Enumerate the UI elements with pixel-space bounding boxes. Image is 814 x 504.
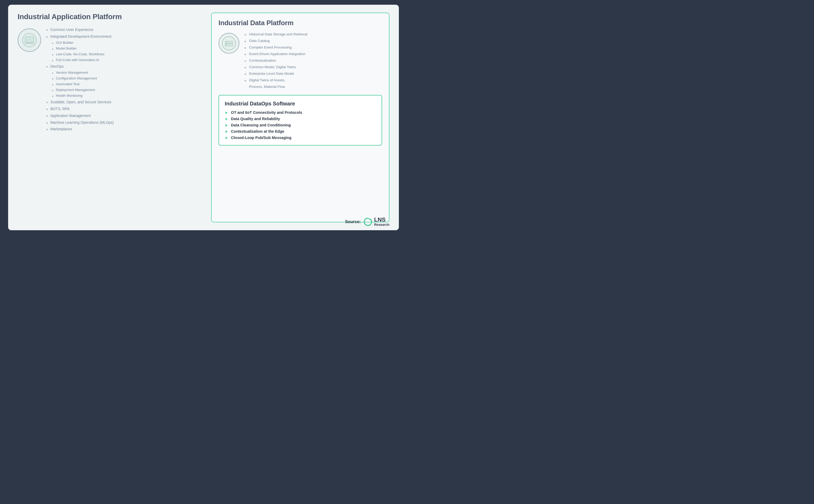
right-items-list: ►Historical Data Storage and Retrieval ►… [244, 31, 307, 90]
item-label: Integrated Development Environment: [50, 34, 112, 40]
item-label: Scalable, Open, and Secure Services [50, 99, 111, 105]
arrow-icon: ► [244, 78, 247, 83]
sub-list-item: ►Full-Code with Generative AI [52, 57, 114, 63]
svg-text:}: } [29, 39, 30, 41]
right-panel-title: Industrial Data Platform [218, 19, 382, 27]
dataops-list-item: ► Contextualization at the Edge [225, 129, 376, 133]
arrow-icon: ► [52, 71, 54, 75]
sub-list-item: ►Configuration Management [52, 76, 114, 81]
arrow-icon: ► [46, 100, 49, 105]
list-item: ►Historical Data Storage and Retrieval [244, 31, 307, 38]
arrow-icon: ► [52, 88, 54, 93]
left-items-list: ► Common User Experience ► Integrated De… [46, 27, 114, 133]
dataops-list: ► OT and IIoT Connectivity and Protocols… [225, 110, 376, 140]
list-item: ►Enterprise-Level Data Model [244, 71, 307, 77]
list-item: ►Digital Twins of Assets,Process, Materi… [244, 77, 307, 90]
list-item: ► Integrated Development Environment: ►G… [46, 34, 114, 63]
arrow-icon: ► [244, 32, 247, 37]
dataops-list-item: ► OT and IIoT Connectivity and Protocols [225, 110, 376, 115]
dataops-list-item: ► Data Cleansing and Conditioning [225, 123, 376, 127]
arrow-icon: ► [244, 39, 247, 44]
item-label: Marketplaces [50, 126, 72, 132]
svg-point-5 [26, 42, 28, 44]
sub-list-item: ►Model Builder [52, 46, 114, 51]
list-item: ► Application Management [46, 113, 114, 119]
sub-list-item: ►GUI Builder [52, 40, 114, 46]
list-item: ► Machine Learning Operations (MLOps) [46, 120, 114, 126]
left-panel-title: Industrial Application Platform [18, 13, 206, 21]
slide-container: Industrial Application Platform { </> } [8, 5, 399, 230]
svg-point-6 [30, 42, 33, 44]
arrow-icon: ► [52, 58, 54, 63]
arrow-icon: ► [46, 28, 49, 33]
dataops-box: Industrial DataOps Software ► OT and IIo… [218, 95, 382, 146]
arrow-icon: ► [244, 71, 247, 77]
sub-list-item: ►Version Management [52, 70, 114, 76]
source-label: Source: [345, 219, 361, 224]
list-item: ►Data Catalog [244, 38, 307, 44]
left-panel: Industrial Application Platform { </> } [18, 13, 211, 222]
item-label: DevOps [50, 63, 64, 70]
item-label: Common User Experience [50, 27, 93, 33]
list-item: ► Scalable, Open, and Secure Services [46, 99, 114, 105]
list-item: ► BOTS, RPA [46, 106, 114, 112]
sub-list: ►GUI Builder ►Model Builder ►Low-Code, N… [52, 40, 114, 63]
sub-list-item: ►Deployment Management [52, 87, 114, 93]
lns-logo: LNS Research [363, 217, 389, 227]
green-arrow-icon: ► [225, 129, 228, 133]
item-label: Application Management [50, 113, 91, 119]
list-item: ► Marketplaces [46, 126, 114, 132]
list-item: ►Contextualization [244, 57, 307, 64]
svg-point-11 [226, 44, 227, 45]
green-arrow-icon: ► [225, 110, 228, 115]
lns-brand-text: LNS [374, 217, 389, 223]
footer: Source: LNS Research [345, 217, 389, 227]
arrow-icon: ► [46, 114, 49, 119]
arrow-icon: ► [46, 120, 49, 125]
arrow-icon: ► [52, 47, 54, 51]
arrow-icon: ► [244, 58, 247, 63]
list-item: ►Common Model, Digital Twins [244, 64, 307, 71]
arrow-icon: ► [52, 52, 54, 57]
sub-list-item: ►Automated Test [52, 81, 114, 87]
arrow-icon: ► [244, 52, 247, 57]
arrow-icon: ► [52, 77, 54, 81]
green-arrow-icon: ► [225, 123, 228, 127]
sub-list-item: ►Low-Code, No-Code, Workflows [52, 51, 114, 57]
green-arrow-icon: ► [225, 136, 228, 140]
list-item: ►Event-Driven Application Integration [244, 51, 307, 57]
arrow-icon: ► [244, 45, 247, 50]
arrow-icon: ► [244, 65, 247, 70]
item-label: Machine Learning Operations (MLOps) [50, 120, 114, 126]
list-item: ► Common User Experience [46, 27, 114, 33]
svg-point-10 [226, 42, 227, 42]
lns-logo-icon [363, 217, 373, 227]
list-item: ► DevOps ►Version Management ►Configurat… [46, 63, 114, 99]
sub-list: ►Version Management ►Configuration Manag… [52, 70, 114, 99]
arrow-icon: ► [52, 41, 54, 45]
arrow-icon: ► [52, 94, 54, 98]
arrow-icon: ► [46, 127, 49, 132]
green-arrow-icon: ► [225, 117, 228, 121]
arrow-icon: ► [46, 107, 49, 112]
right-content: ►Historical Data Storage and Retrieval ►… [218, 31, 382, 90]
arrow-icon: ► [46, 64, 49, 69]
sub-list-item: ►Health Monitoring [52, 93, 114, 99]
arrow-icon: ► [52, 82, 54, 87]
dataops-list-item: ► Data Quality and Reliability [225, 117, 376, 121]
left-content: { </> } ► Common User Experience [18, 27, 206, 133]
right-panel-icon [218, 33, 239, 54]
arrow-icon: ► [46, 34, 49, 39]
right-panel: Industrial Data Platform ►Historical Dat… [211, 13, 389, 222]
list-item: ►Complex Event Processing [244, 44, 307, 51]
dataops-list-item: ► Closed-Loop Pub/Sub Messaging [225, 136, 376, 140]
dataops-title: Industrial DataOps Software [225, 101, 376, 107]
item-label: BOTS, RPA [50, 106, 70, 112]
lns-brand-sub: Research [374, 223, 389, 227]
left-panel-icon: { </> } [18, 28, 41, 52]
